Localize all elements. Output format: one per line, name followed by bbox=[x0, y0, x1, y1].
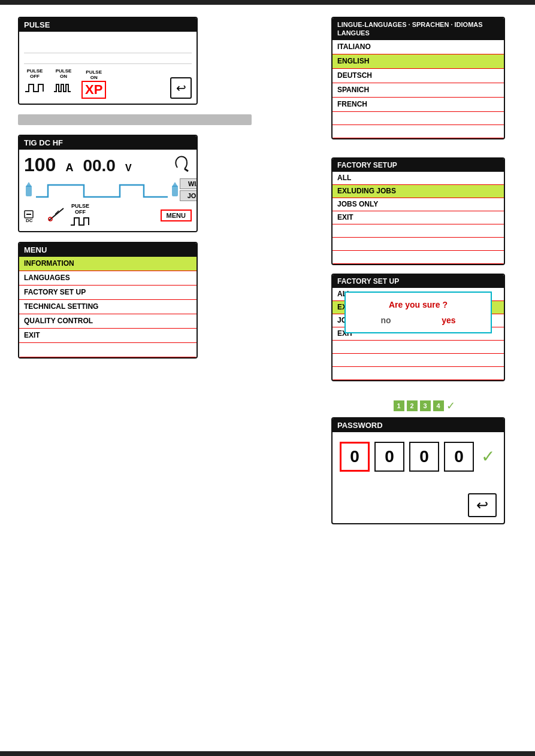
tig-volts-unit: V bbox=[125, 163, 132, 174]
tig-pulse-label: PULSEOFF bbox=[71, 204, 89, 215]
factory-item-excl-jobs[interactable]: EXLUDING JOBS bbox=[333, 185, 504, 198]
pulse-off-label: PULSEOFF bbox=[27, 69, 43, 80]
pwd-check-icon: ✓ bbox=[446, 399, 455, 412]
factory-row-empty-3 bbox=[333, 251, 504, 264]
menu-row-empty bbox=[19, 343, 197, 357]
pwd-digit-2[interactable]: 0 bbox=[409, 442, 439, 472]
pulse-on-label: PULSEON bbox=[56, 69, 72, 80]
svg-text:DC: DC bbox=[26, 218, 33, 223]
pulse-off-item[interactable]: PULSEOFF bbox=[24, 69, 46, 99]
tig-waveform-svg bbox=[36, 179, 168, 201]
factory-confirm-panel: FACTORY SET UP ALL EXCLU... JOBS... EXIT… bbox=[331, 274, 505, 381]
svg-line-0 bbox=[185, 169, 188, 171]
tig-electrode-icon bbox=[47, 206, 66, 224]
tig-fill-icon-right bbox=[170, 180, 180, 201]
right-column: LINGUE-LANGUAGES · SPRACHEN · IDIOMASLAN… bbox=[331, 17, 517, 524]
pulse-on-xp-item[interactable]: PULSEON XP bbox=[81, 70, 106, 99]
pulse-panel: PULSE PULSEOFF bbox=[18, 17, 198, 105]
languages-panel: LINGUE-LANGUAGES · SPRACHEN · IDIOMASLAN… bbox=[331, 17, 505, 139]
svg-rect-3 bbox=[172, 186, 178, 196]
tig-reading: 100 A 00.0 V bbox=[24, 154, 132, 176]
pulse-icons-row: PULSEOFF PULSEON bbox=[24, 69, 192, 99]
menu-header: MENU bbox=[19, 243, 197, 257]
bottom-bar bbox=[0, 751, 535, 756]
pwd-step-4: 4 bbox=[433, 400, 444, 411]
tig-torch-icon bbox=[173, 153, 192, 176]
menu-item-information[interactable]: INFORMATION bbox=[19, 257, 197, 271]
pulse-back-button[interactable]: ↩ bbox=[170, 77, 192, 99]
factory-confirm-empty-2 bbox=[333, 354, 504, 367]
factory-item-all[interactable]: ALL bbox=[333, 172, 504, 185]
pwd-digit-0[interactable]: 0 bbox=[340, 442, 370, 472]
lang-row-empty-1 bbox=[333, 112, 504, 125]
tig-job-button[interactable]: JOB bbox=[180, 190, 198, 201]
pwd-step-1: 1 bbox=[394, 400, 404, 411]
confirm-buttons: no yes bbox=[355, 315, 481, 325]
tig-header: TIG DC HF bbox=[19, 136, 197, 150]
password-steps: 1 2 3 4 ✓ bbox=[331, 399, 517, 412]
tig-top-row: 100 A 00.0 V bbox=[24, 153, 192, 176]
pwd-step-3: 3 bbox=[420, 400, 431, 411]
factory-item-exit[interactable]: EXIT bbox=[333, 211, 504, 224]
svg-rect-1 bbox=[26, 186, 32, 196]
factory-confirm-empty-1 bbox=[333, 341, 504, 354]
factory-item-jobs-only[interactable]: JOBS ONLY bbox=[333, 198, 504, 211]
lang-item-deutsch[interactable]: DEUTSCH bbox=[333, 69, 504, 83]
pulse-on-xp-label: PULSEON bbox=[86, 70, 102, 81]
menu-item-technical[interactable]: TECHNICAL SETTING bbox=[19, 300, 197, 314]
menu-item-factory[interactable]: FACTORY SET UP bbox=[19, 286, 197, 300]
menu-item-quality[interactable]: QUALITY CONTROL bbox=[19, 314, 197, 329]
tig-waveform-row: WIZ JOB bbox=[24, 178, 192, 201]
confirm-no-button[interactable]: no bbox=[380, 315, 391, 325]
pwd-digit-3[interactable]: 0 bbox=[444, 442, 474, 472]
tig-menu-button[interactable]: MENU bbox=[161, 210, 192, 221]
pulse-xp-wave: XP bbox=[81, 81, 106, 99]
pulse-off-wave bbox=[24, 80, 46, 99]
tig-wiz-button[interactable]: WIZ bbox=[180, 178, 198, 189]
pwd-digit-1[interactable]: 0 bbox=[374, 442, 404, 472]
password-footer: ↩ bbox=[333, 491, 504, 523]
top-bar bbox=[0, 0, 535, 5]
pulse-on-item[interactable]: PULSEON bbox=[53, 69, 74, 99]
left-column: PULSE PULSEOFF bbox=[18, 17, 234, 359]
password-area: 1 2 3 4 ✓ PASSWORD 0 0 0 0 ✓ bbox=[331, 399, 517, 524]
tig-amps: 100 bbox=[24, 154, 56, 176]
svg-marker-4 bbox=[172, 182, 178, 187]
pwd-step-2: 2 bbox=[407, 400, 418, 411]
password-confirm-icon[interactable]: ✓ bbox=[481, 447, 495, 466]
lang-item-french[interactable]: FRENCH bbox=[333, 98, 504, 112]
lang-item-spanich[interactable]: SPANICH bbox=[333, 83, 504, 98]
tig-dc-icon: DC bbox=[24, 206, 43, 224]
menu-item-languages[interactable]: LANGUAGES bbox=[19, 271, 197, 286]
pulse-icon-group: PULSEOFF PULSEON bbox=[24, 69, 106, 99]
factory-confirm-header: FACTORY SET UP bbox=[333, 275, 504, 288]
tig-body: 100 A 00.0 V bbox=[19, 150, 197, 231]
password-body: 0 0 0 0 ✓ bbox=[333, 432, 504, 491]
gray-divider bbox=[18, 114, 252, 125]
confirm-dialog: Are you sure ? no yes bbox=[344, 292, 492, 333]
tig-panel: TIG DC HF 100 A 00.0 V bbox=[18, 135, 198, 232]
pulse-body: PULSEOFF PULSEON bbox=[19, 32, 197, 104]
lang-item-italiano[interactable]: ITALIANO bbox=[333, 40, 504, 54]
svg-line-8 bbox=[49, 208, 64, 220]
factory-setup-header: FACTORY SETUP bbox=[333, 159, 504, 172]
tig-fill-icon-left bbox=[24, 180, 34, 201]
factory-setup-panel: FACTORY SETUP ALL EXLUDING JOBS JOBS ONL… bbox=[331, 157, 505, 265]
lang-item-english[interactable]: ENGLISH bbox=[333, 54, 504, 69]
languages-header: LINGUE-LANGUAGES · SPRACHEN · IDIOMASLAN… bbox=[333, 18, 504, 40]
factory-confirm-empty-3 bbox=[333, 367, 504, 380]
confirm-yes-button[interactable]: yes bbox=[442, 315, 455, 325]
factory-row-empty-2 bbox=[333, 238, 504, 251]
confirm-question: Are you sure ? bbox=[355, 300, 481, 309]
tig-pulse-info: PULSEOFF bbox=[69, 204, 91, 227]
tig-btn-col: WIZ JOB bbox=[180, 178, 198, 201]
tig-volts: 00.0 bbox=[83, 156, 116, 175]
password-back-button[interactable]: ↩ bbox=[468, 493, 497, 517]
password-header: PASSWORD bbox=[333, 418, 504, 432]
tig-bottom-row: DC PULSEOFF bbox=[24, 204, 192, 227]
pulse-header: PULSE bbox=[19, 18, 197, 32]
menu-panel: MENU INFORMATION LANGUAGES FACTORY SET U… bbox=[18, 242, 198, 359]
pulse-on-wave bbox=[53, 80, 74, 99]
menu-item-exit[interactable]: EXIT bbox=[19, 329, 197, 343]
factory-row-empty-1 bbox=[333, 224, 504, 238]
